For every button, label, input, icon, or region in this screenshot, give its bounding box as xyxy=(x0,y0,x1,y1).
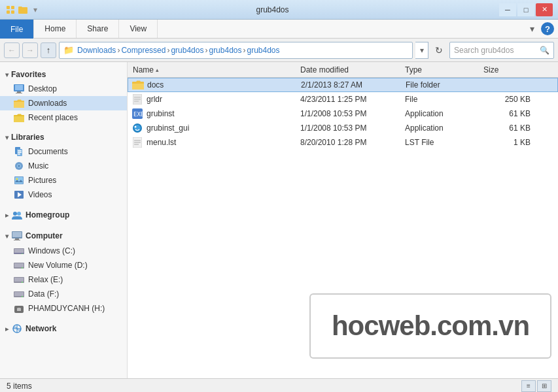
file-type-grldr: File xyxy=(405,95,483,104)
svg-rect-6 xyxy=(17,91,21,93)
refresh-button[interactable]: ↻ xyxy=(431,42,447,58)
search-placeholder: Search grub4dos xyxy=(454,46,540,55)
svg-rect-2 xyxy=(7,10,10,14)
svg-rect-11 xyxy=(18,152,22,154)
drive-d-icon xyxy=(13,260,25,270)
sidebar-favorites-header[interactable]: ▾ Favorites xyxy=(0,67,127,82)
details-view-button[interactable]: ⊞ xyxy=(537,380,551,392)
svg-rect-3 xyxy=(11,10,14,14)
sidebar-item-new-volume-d[interactable]: New Volume (D:) xyxy=(0,258,127,272)
watermark-area: hocweb.com.vn xyxy=(128,228,558,378)
sidebar-item-label: Documents xyxy=(28,147,68,156)
sidebar-item-documents[interactable]: Documents xyxy=(0,144,127,159)
sidebar-network-header[interactable]: ▸ Network xyxy=(0,321,127,336)
chevron-down-icon: ▾ xyxy=(5,134,9,141)
lst-file-icon xyxy=(131,137,143,148)
sidebar-item-label: Desktop xyxy=(28,84,57,93)
file-date-docs: 2/1/2013 8:27 AM xyxy=(301,80,406,90)
sidebar-item-recent[interactable]: Recent places xyxy=(0,110,127,125)
file-type-grubinst-gui: Application xyxy=(405,123,483,133)
file-date-grldr: 4/23/2011 1:25 PM xyxy=(300,95,405,104)
search-box[interactable]: Search grub4dos 🔍 xyxy=(449,42,554,59)
watermark-text: hocweb.com.vn xyxy=(332,310,529,342)
svg-point-22 xyxy=(17,212,21,216)
col-header-type[interactable]: Type xyxy=(405,65,483,74)
table-row[interactable]: grldr 4/23/2011 1:25 PM File 250 KB xyxy=(128,92,558,106)
tab-view[interactable]: View xyxy=(119,20,158,38)
tab-file[interactable]: File xyxy=(0,20,34,39)
desktop-icon xyxy=(13,84,25,94)
tab-home[interactable]: Home xyxy=(34,20,77,38)
sidebar-item-label: New Volume (D:) xyxy=(28,261,88,270)
minimize-button[interactable]: ─ xyxy=(499,3,516,16)
svg-point-33 xyxy=(22,267,23,269)
svg-rect-0 xyxy=(7,6,10,9)
homegroup-label: Homegroup xyxy=(26,210,69,220)
sidebar-homegroup-header[interactable]: ▸ Homegroup xyxy=(0,207,127,223)
svg-rect-12 xyxy=(18,154,20,155)
sidebar-item-music[interactable]: Music xyxy=(0,159,127,173)
sidebar-item-label: Music xyxy=(28,161,48,171)
search-icon: 🔍 xyxy=(540,46,549,55)
svg-rect-7 xyxy=(16,93,22,93)
sidebar-item-windows-c[interactable]: Windows (C:) xyxy=(0,244,127,258)
status-bar: 5 items ≡ ⊞ xyxy=(0,378,558,392)
address-bar: ← → ↑ 📁 Downloads › Compressed › grub4do… xyxy=(0,39,558,62)
sidebar-item-data-f[interactable]: Data (F:) xyxy=(0,287,127,301)
svg-rect-28 xyxy=(14,249,24,253)
help-button[interactable]: ? xyxy=(541,22,554,35)
sidebar-item-downloads[interactable]: Downloads xyxy=(0,96,127,110)
table-row[interactable]: EXE grubinst 1/1/2008 10:53 PM Applicati… xyxy=(128,106,558,121)
file-type-grubinst: Application xyxy=(405,109,483,118)
table-row[interactable]: grubinst_gui 1/1/2008 10:53 PM Applicati… xyxy=(128,121,558,135)
chevron-right-icon: ▸ xyxy=(5,325,9,333)
tab-share[interactable]: Share xyxy=(77,20,119,38)
ribbon-toggle-icon[interactable]: ▾ xyxy=(525,22,538,35)
homegroup-icon xyxy=(11,210,23,220)
col-header-date[interactable]: Date modified xyxy=(300,65,405,74)
address-path[interactable]: 📁 Downloads › Compressed › grub4dos › gr… xyxy=(59,42,413,59)
svg-rect-38 xyxy=(14,292,24,296)
sidebar-computer-header[interactable]: ▾ Computer xyxy=(0,228,127,244)
svg-rect-26 xyxy=(14,240,20,240)
sidebar-item-desktop[interactable]: Desktop xyxy=(0,82,127,96)
list-view-button[interactable]: ≡ xyxy=(521,380,536,392)
window-controls: ─ □ ✕ xyxy=(499,3,553,16)
file-name-grubinst-gui: grubinst_gui xyxy=(130,123,300,133)
svg-point-21 xyxy=(13,212,17,216)
col-header-size[interactable]: Size xyxy=(483,65,536,74)
address-dropdown[interactable]: ▾ xyxy=(415,42,428,59)
svg-rect-24 xyxy=(12,232,22,237)
svg-rect-5 xyxy=(15,85,23,90)
network-icon xyxy=(11,323,23,334)
file-size-grubinst: 61 KB xyxy=(483,109,536,118)
file-type-menu-lst: LST File xyxy=(405,138,483,147)
table-row[interactable]: menu.lst 8/20/2010 1:28 PM LST File 1 KB xyxy=(128,135,558,150)
sidebar-item-label: Videos xyxy=(28,190,52,199)
sidebar-item-relax-e[interactable]: Relax (E:) xyxy=(0,272,127,287)
file-name-docs: docs xyxy=(131,80,301,90)
sidebar-item-phamduycanh-h[interactable]: PHAMDUYCANH (H:) xyxy=(0,301,127,316)
table-row[interactable]: docs 2/1/2013 8:27 AM File folder xyxy=(128,78,558,92)
quick-access-icon xyxy=(5,5,16,15)
back-button[interactable]: ← xyxy=(4,42,20,58)
sidebar-item-videos[interactable]: Videos xyxy=(0,188,127,202)
sidebar-libraries-header[interactable]: ▾ Libraries xyxy=(0,130,127,144)
path-segment-4: grub4dos xyxy=(209,46,241,55)
svg-point-39 xyxy=(22,296,23,297)
close-button[interactable]: ✕ xyxy=(536,3,553,16)
maximize-button[interactable]: □ xyxy=(517,3,534,16)
sidebar-item-pictures[interactable]: Pictures xyxy=(0,173,127,188)
file-date-menu-lst: 8/20/2010 1:28 PM xyxy=(300,138,405,147)
forward-button[interactable]: → xyxy=(22,42,38,58)
ribbon: File Home Share View ▾ ? xyxy=(0,20,558,39)
ribbon-tabs: File Home Share View ▾ ? xyxy=(0,20,558,38)
chevron-down-icon: ▾ xyxy=(5,233,9,240)
up-button[interactable]: ↑ xyxy=(41,42,56,58)
drive-h-icon xyxy=(13,303,25,314)
videos-icon xyxy=(13,189,25,200)
libraries-label: Libraries xyxy=(11,133,44,142)
file-icon xyxy=(131,94,143,105)
col-header-name[interactable]: Name ▴ xyxy=(130,65,300,74)
sidebar-item-label: Windows (C:) xyxy=(28,246,75,255)
